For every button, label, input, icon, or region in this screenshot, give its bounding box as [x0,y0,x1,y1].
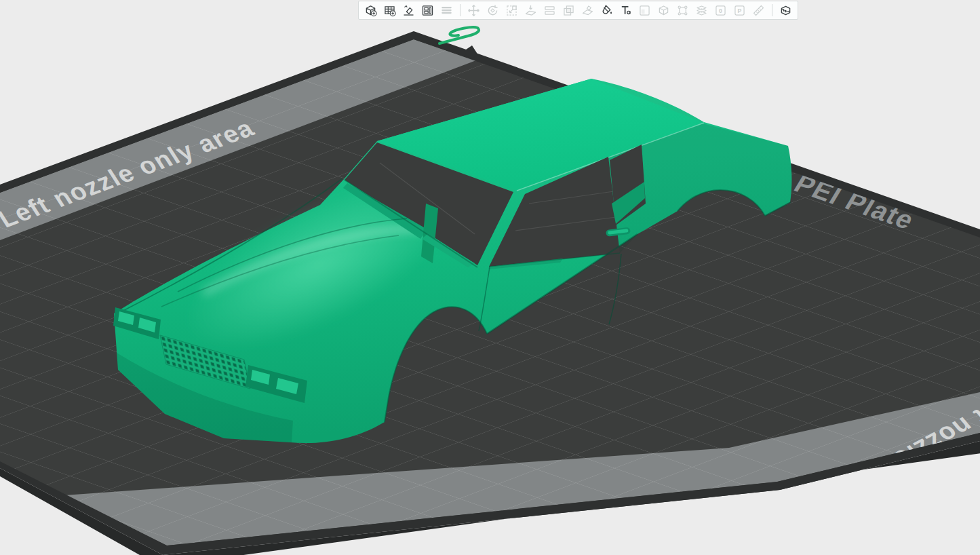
text-tool-icon[interactable] [617,2,634,18]
add-plate-icon[interactable] [381,2,398,18]
plate-label-p-icon[interactable]: P [731,2,748,18]
clone-icon[interactable] [560,2,577,18]
3d-viewport[interactable]: Left nozzle only area Right nozzle only … [0,0,980,555]
object-label-0-icon[interactable]: 0 [712,2,729,18]
add-model-icon[interactable] [362,2,379,18]
move-icon[interactable] [465,2,482,18]
seam-paint-icon[interactable] [636,2,653,18]
color-paint-icon[interactable] [598,2,615,18]
assembly-view-icon[interactable] [777,2,794,18]
toolbar-separator [772,4,772,16]
build-plate-scene: Left nozzle only area Right nozzle only … [0,0,980,555]
svg-text:0: 0 [719,7,722,14]
split-to-objects-icon[interactable] [655,2,672,18]
measure-icon[interactable] [750,2,767,18]
split-to-parts-icon[interactable] [674,2,691,18]
scale-icon[interactable] [503,2,520,18]
object-list-icon[interactable] [438,2,455,18]
cut-icon[interactable] [541,2,558,18]
main-toolbar: 0 P [358,1,798,20]
toolbar-separator [460,4,460,16]
rotate-icon[interactable] [484,2,501,18]
variable-layer-height-icon[interactable] [693,2,710,18]
svg-text:P: P [738,7,742,14]
place-on-face-icon[interactable] [522,2,539,18]
arrange-icon[interactable] [419,2,436,18]
auto-orient-icon[interactable] [400,2,417,18]
support-paint-icon[interactable] [579,2,596,18]
